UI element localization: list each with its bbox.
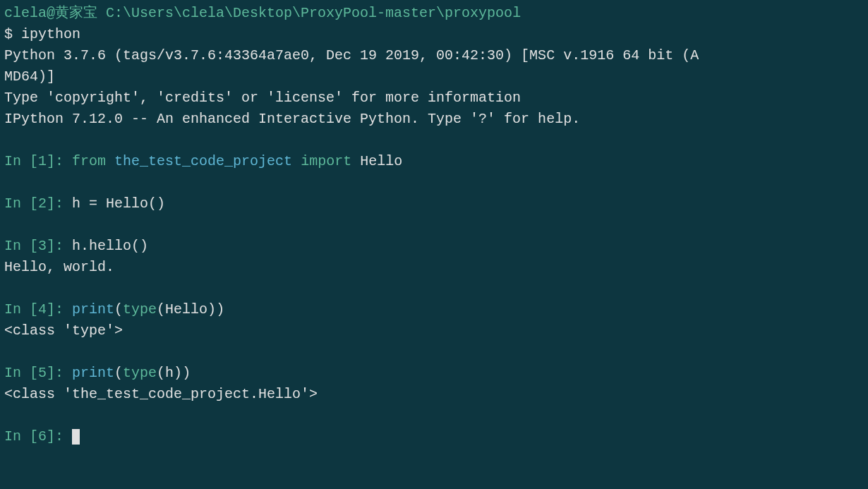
startup-line: MD64)] (4, 66, 864, 87)
shell-command-line: $ ipython (4, 24, 864, 45)
blank-line (4, 342, 864, 363)
ipython-cell-6[interactable]: In [6]: (4, 426, 864, 447)
shell-prompt-line: clela@黄家宝 C:\Users\clela\Desktop\ProxyPo… (4, 3, 864, 24)
paren: ( (157, 301, 165, 318)
startup-line: Type 'copyright', 'credits' or 'license'… (4, 87, 864, 109)
current-path: C:\Users\clela\Desktop\ProxyPool-master\… (106, 5, 521, 21)
builtin-type: type (123, 301, 157, 318)
ipython-cell-1: In [1]: from the_test_code_project impor… (4, 151, 864, 172)
keyword-import: import (301, 153, 351, 169)
ipython-cell-4: In [4]: print(type(Hello)) (4, 299, 864, 320)
keyword-from: from (72, 153, 106, 169)
builtin-type: type (123, 365, 157, 381)
ipython-cell-2: In [2]: h = Hello() (4, 193, 864, 215)
paren: ) (207, 301, 216, 318)
ipython-cell-5: In [5]: print(type(h)) (4, 363, 864, 384)
cursor-icon (72, 429, 80, 445)
blank-line (4, 130, 864, 151)
cell-output: <class 'the_test_code_project.Hello'> (4, 384, 864, 405)
in-prompt: In [4]: (4, 301, 64, 318)
blank-line (4, 215, 864, 236)
in-prompt: In [6]: (4, 428, 64, 445)
blank-line (4, 405, 864, 426)
startup-line: IPython 7.12.0 -- An enhanced Interactiv… (4, 109, 864, 130)
module-name: the_test_code_project (114, 153, 292, 169)
cell-output: Hello, world. (4, 257, 864, 278)
in-prompt: In [5]: (4, 365, 64, 381)
arg: Hello (165, 301, 207, 318)
arg: h (165, 365, 174, 381)
shell-command: ipython (21, 26, 80, 42)
terminal-output[interactable]: clela@黄家宝 C:\Users\clela\Desktop\ProxyPo… (4, 3, 864, 447)
startup-line: Python 3.7.6 (tags/v3.7.6:43364a7ae0, De… (4, 45, 864, 66)
paren: ) (174, 365, 182, 381)
blank-line (4, 172, 864, 193)
import-name: Hello (360, 153, 402, 169)
user-host: clela@黄家宝 (4, 5, 97, 21)
in-prompt: In [1]: (4, 153, 64, 169)
paren: ( (114, 365, 123, 381)
in-prompt: In [2]: (4, 195, 64, 212)
func-print: print (72, 301, 114, 318)
code: h.hello() (72, 238, 148, 254)
prompt-symbol: $ (4, 26, 13, 42)
in-prompt: In [3]: (4, 238, 64, 254)
cell-output: <class 'type'> (4, 320, 864, 342)
paren: ( (157, 365, 165, 381)
ipython-cell-3: In [3]: h.hello() (4, 236, 864, 257)
paren: ) (182, 365, 191, 381)
code: h = Hello() (72, 195, 165, 212)
func-print: print (72, 365, 114, 381)
paren: ( (114, 301, 123, 318)
blank-line (4, 278, 864, 299)
paren: ) (216, 301, 224, 318)
